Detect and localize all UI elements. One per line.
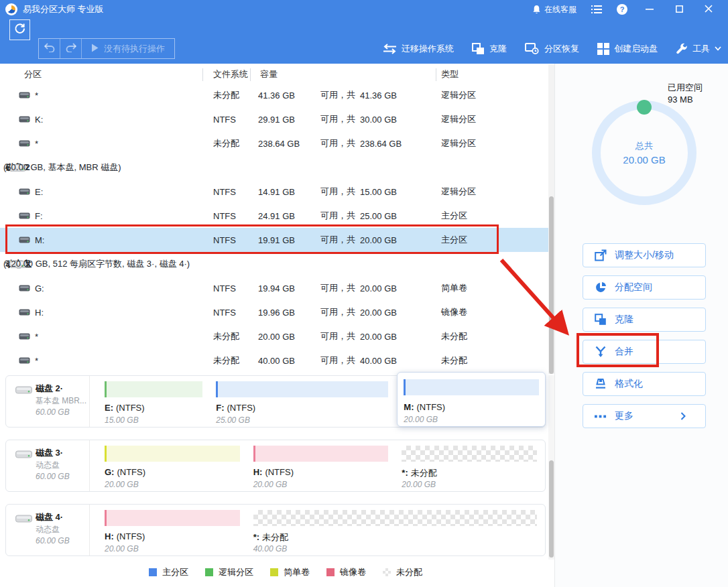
used-space-dot (637, 100, 652, 115)
capacity-separator: 可用，共 (320, 186, 355, 198)
pending-operations-label: 没有待执行操作 (104, 43, 165, 55)
filesystem-cell: NTFS (213, 211, 236, 221)
partition-bar[interactable] (216, 381, 388, 397)
partition-size-label: 15.00 GB (105, 415, 139, 425)
partition-row[interactable]: E:NTFS14.91 GB可用，共15.00 GB逻辑分区 (0, 180, 548, 204)
refresh-button[interactable] (9, 19, 30, 40)
legend-item: 镜像卷 (326, 566, 366, 578)
table-scrollbar-thumb[interactable] (549, 196, 554, 374)
partition-row[interactable]: F:NTFS24.91 GB可用，共25.00 GB主分区 (0, 204, 548, 228)
operation-group: 没有待执行操作 (38, 38, 175, 59)
action-button-allocate-space[interactable]: 分配空间 (583, 275, 706, 300)
total-capacity-cell: 41.36 GB (360, 90, 397, 101)
toolbar-partition-recovery-label: 分区恢复 (544, 43, 579, 55)
partition-row[interactable]: K:NTFS29.91 GB可用，共30.00 GB逻辑分区 (0, 107, 548, 131)
partition-bar[interactable] (105, 510, 240, 526)
filesystem-cell: NTFS (213, 235, 236, 245)
partition-row[interactable]: *未分配41.36 GB可用，共41.36 GB逻辑分区 (0, 83, 548, 107)
partition-drive-letter: M: (404, 402, 414, 412)
partition-bar[interactable] (253, 510, 537, 526)
clone-icon (595, 314, 607, 326)
legend-label: 未分配 (396, 566, 422, 578)
partition-row[interactable]: *未分配20.00 GB可用，共20.00 GB未分配 (0, 324, 548, 348)
drive-icon (19, 285, 30, 292)
app-logo-icon (5, 3, 17, 15)
partition-row[interactable]: M:NTFS19.91 GB可用，共20.00 GB主分区 (0, 228, 548, 252)
toolbar-migrate-os[interactable]: 迁移操作系统 (383, 43, 454, 55)
partition-size-label: 20.00 GB (402, 480, 436, 489)
total-capacity-cell: 15.00 GB (360, 187, 397, 197)
disk-map-size: 60.00 GB (36, 536, 70, 545)
disk-map-partition[interactable]: *:未分配40.00 GB (249, 505, 546, 556)
partition-table-header: 分区 文件系统 容量 类型 (0, 66, 548, 83)
toolbar-create-bootable[interactable]: 创建启动盘 (597, 43, 658, 55)
partition-fs-label: (NTFS) (227, 403, 256, 413)
merge-icon (595, 346, 607, 358)
disk-map-partition[interactable]: E:(NTFS)15.00 GB (100, 376, 211, 427)
disk-map-partition[interactable]: *:未分配20.00 GB (397, 440, 546, 491)
used-space-value: 93 MB (668, 94, 703, 106)
header-divider (436, 68, 436, 81)
partition-fs-label: 未分配 (262, 532, 288, 542)
legend-label: 主分区 (162, 566, 188, 578)
online-service-button[interactable]: 在线客服 (532, 4, 577, 15)
legend-swatch (326, 568, 335, 576)
disk-map-partition[interactable]: M:(NTFS)20.00 GB (397, 372, 546, 427)
partition-bar[interactable] (105, 446, 240, 462)
partition-row[interactable]: G:NTFS19.94 GB可用，共20.00 GB简单卷 (0, 276, 548, 300)
disk-map-partition[interactable]: H:(NTFS)20.00 GB (249, 440, 398, 491)
legend-label: 简单卷 (284, 566, 310, 578)
drive-icon (19, 116, 30, 123)
partition-size-label: 25.00 GB (216, 415, 250, 425)
minimize-button[interactable] (642, 0, 657, 19)
bell-icon (532, 5, 541, 14)
undo-button[interactable] (39, 39, 60, 58)
help-button[interactable]: ? (617, 4, 627, 15)
menu-list-button[interactable] (591, 5, 602, 13)
action-button-resize-move[interactable]: 调整大小/移动 (583, 243, 706, 267)
maximize-button[interactable] (672, 0, 686, 19)
disk-map-partition[interactable]: F:(NTFS)25.00 GB (211, 376, 397, 427)
disk-map-partition[interactable]: H:(NTFS)20.00 GB (100, 505, 249, 556)
action-button-format[interactable]: 格式化 (583, 372, 706, 396)
free-capacity-cell: 19.96 GB (258, 308, 295, 318)
legend-label: 逻辑分区 (219, 566, 253, 578)
legend-swatch (149, 568, 157, 576)
window-title: 易我分区大师 专业版 (23, 3, 104, 15)
drive-icon (19, 333, 30, 340)
capacity-separator: 可用，共 (320, 210, 355, 222)
disk-group-row[interactable]: 动态盘(120.00 GB, 512 每扇区字节数, 磁盘 3·, 磁盘 4·) (0, 252, 548, 276)
diskmap-scrollbar-thumb[interactable] (549, 460, 554, 558)
partition-name: K: (35, 115, 43, 125)
partition-bar[interactable] (105, 381, 202, 397)
legend-label: 镜像卷 (340, 566, 366, 578)
partition-name: H: (35, 308, 44, 318)
close-button[interactable] (701, 0, 716, 19)
free-capacity-cell: 41.36 GB (258, 90, 295, 101)
partition-row[interactable]: *未分配238.64 GB可用，共238.64 GB逻辑分区 (0, 131, 548, 155)
disk-map-partition[interactable]: G:(NTFS)20.00 GB (100, 440, 249, 491)
redo-button[interactable] (60, 39, 82, 58)
disk-map-name: 磁盘 2· (36, 383, 63, 395)
toolbar-clone[interactable]: 克隆 (472, 43, 507, 55)
partition-bar[interactable] (404, 379, 539, 395)
free-capacity-cell: 19.94 GB (258, 283, 295, 294)
windows-icon (597, 43, 609, 55)
partition-row[interactable]: H:NTFS19.96 GB可用，共20.00 GB镜像卷 (0, 300, 548, 324)
titlebar: 易我分区大师 专业版 在线客服 ? (0, 0, 728, 19)
free-capacity-cell: 24.91 GB (258, 211, 295, 221)
toolbar-tools[interactable]: 工具 (676, 43, 721, 55)
toolbar-partition-recovery[interactable]: 分区恢复 (525, 42, 579, 55)
action-button-clone[interactable]: 克隆 (583, 308, 706, 332)
action-button-merge[interactable]: 合并 (583, 340, 706, 364)
partition-bar[interactable] (402, 446, 537, 462)
filesystem-cell: 未分配 (213, 137, 239, 149)
disk-group-row[interactable]: 磁盘 2(60.00 GB, 基本盘, MBR 磁盘) (0, 155, 548, 180)
action-button-more[interactable]: 更多 (583, 404, 706, 428)
partition-name: * (35, 356, 38, 366)
donut-total-label: 总共 (635, 140, 653, 152)
execute-pending-button[interactable]: 没有待执行操作 (82, 43, 174, 55)
chevron-down-icon (715, 46, 721, 51)
partition-row[interactable]: *未分配40.00 GB可用，共40.00 GB未分配 (0, 348, 548, 373)
partition-bar[interactable] (253, 446, 389, 462)
